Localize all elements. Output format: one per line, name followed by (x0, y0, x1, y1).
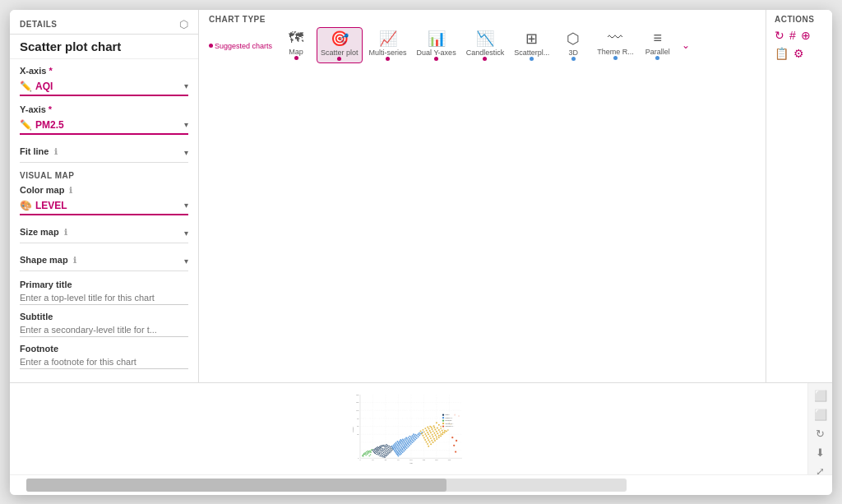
svg-text:30: 30 (372, 459, 373, 460)
fitline-info-icon[interactable]: ℹ (54, 147, 58, 156)
svg-point-117 (389, 447, 391, 449)
main-content: PM2.5 180 (10, 383, 832, 474)
x-axis-label-text: AQI (409, 462, 413, 464)
copy-action-icon[interactable]: 📋 (775, 47, 789, 60)
svg-point-113 (385, 452, 386, 454)
svg-point-76 (376, 451, 377, 453)
chart-type-3d[interactable]: ⬡ 3D (556, 28, 590, 62)
details-collapse-icon[interactable]: ⬡ (179, 18, 188, 30)
svg-point-289 (440, 432, 442, 434)
tool-crop-icon[interactable]: ⬜ (814, 390, 827, 402)
svg-point-234 (411, 442, 413, 443)
settings-action-icon[interactable]: ⚙ (793, 47, 804, 60)
scrollbar-thumb[interactable] (26, 479, 446, 492)
svg-point-114 (386, 451, 387, 452)
shapemap-info-icon[interactable]: ℹ (73, 256, 76, 265)
svg-point-279 (437, 432, 438, 434)
svg-point-103 (382, 452, 383, 454)
chart-type-multiseries[interactable]: 📈 Multi-series (366, 28, 410, 62)
svg-point-311 (453, 444, 455, 446)
xaxis-value: ✏️ AQI (20, 81, 53, 92)
svg-point-186 (406, 441, 408, 442)
tool-refresh-icon[interactable]: ↻ (816, 428, 825, 440)
svg-point-228 (403, 450, 405, 451)
svg-point-77 (377, 451, 378, 452)
svg-point-237 (416, 437, 418, 438)
chart-type-dual[interactable]: 📊 Dual Y-axes (414, 28, 460, 62)
sizemap-info-icon[interactable]: ℹ (64, 228, 67, 237)
svg-point-82 (383, 444, 385, 446)
hash-action-icon[interactable]: # (789, 29, 796, 42)
fitline-chevron[interactable]: ▾ (184, 148, 188, 157)
yaxis-select[interactable]: ✏️ PM2.5 ▾ (20, 117, 188, 135)
svg-point-220 (414, 436, 416, 437)
svg-point-295 (434, 440, 436, 442)
colormap-info-icon[interactable]: ℹ (69, 186, 72, 195)
main-window: DETAILS ⬡ Scatter plot chart X-axis * ✏️… (10, 10, 832, 495)
svg-point-232 (409, 444, 410, 446)
svg-point-268 (429, 435, 431, 437)
chart-type-themer[interactable]: 〰 Theme R... (594, 28, 637, 62)
primary-title-input[interactable] (20, 291, 188, 305)
footnote-input[interactable] (20, 355, 188, 369)
chart-type-candlestick[interactable]: 📉 Candlestick (463, 28, 508, 62)
svg-point-116 (388, 448, 390, 450)
svg-point-259 (423, 437, 425, 438)
svg-point-54 (369, 452, 370, 453)
svg-point-319 (442, 419, 444, 421)
svg-point-204 (412, 436, 414, 437)
svg-point-52 (370, 454, 372, 455)
chart-type-map[interactable]: 🗺 Map (279, 28, 313, 62)
scrollbar-track[interactable] (26, 479, 627, 492)
parallel-icon: ≡ (653, 30, 662, 47)
svg-point-53 (368, 453, 369, 454)
tool-box-icon[interactable]: ⬜ (814, 409, 827, 421)
svg-point-128 (384, 456, 386, 458)
chart-type-scatter[interactable]: 🎯 Scatter plot (317, 27, 363, 63)
svg-point-104 (383, 451, 385, 453)
xaxis-select[interactable]: ✏️ AQI ▾ (20, 78, 188, 96)
add-action-icon[interactable]: ⊕ (801, 29, 811, 42)
shapemap-chevron[interactable]: ▾ (184, 257, 188, 266)
svg-point-79 (379, 448, 381, 450)
refresh-action-icon[interactable]: ↻ (775, 29, 784, 42)
svg-point-293 (430, 443, 432, 445)
svg-point-300 (444, 432, 446, 433)
subtitle-input[interactable] (20, 323, 188, 337)
svg-point-267 (427, 437, 428, 438)
chart-area: PM2.5 180 (10, 383, 807, 474)
suggested-dot-pink (209, 44, 213, 48)
actions-icons-row: ↻ # ⊕ 📋 ⚙ (775, 29, 824, 60)
sizemap-chevron[interactable]: ▾ (184, 229, 188, 238)
expand-chart-types-icon[interactable]: ⌄ (682, 39, 690, 51)
svg-point-205 (414, 435, 415, 437)
svg-point-296 (436, 438, 437, 440)
themer-icon: 〰 (608, 30, 622, 47)
tool-download-icon[interactable]: ⬇ (816, 446, 825, 459)
yaxis-label: Y-axis * (20, 104, 188, 114)
svg-point-187 (407, 439, 409, 441)
chart-types-row: 🗺 Map 🎯 Scatter plot 📈 Multi-series (279, 27, 675, 63)
svg-point-214 (406, 445, 408, 446)
tool-expand-icon[interactable]: ⤢ (816, 465, 825, 474)
svg-point-34 (365, 453, 367, 455)
svg-point-229 (405, 448, 406, 450)
svg-text:90: 90 (397, 459, 399, 460)
svg-point-218 (412, 439, 414, 441)
svg-point-248 (423, 431, 425, 432)
svg-point-253 (422, 434, 423, 436)
svg-point-258 (433, 427, 435, 428)
svg-point-130 (386, 454, 388, 455)
sizemap-group: Size map ℹ ▾ (20, 224, 188, 243)
multiseries-icon: 📈 (379, 30, 397, 48)
colormap-select[interactable]: 🎨 LEVEL ▾ (20, 197, 188, 215)
chart-type-scatterpl[interactable]: ⊞ Scatterpl... (511, 28, 553, 62)
svg-point-172 (402, 442, 404, 444)
chart-type-parallel[interactable]: ≡ Parallel (641, 28, 675, 62)
colormap-value: 🎨 LEVEL (20, 200, 67, 211)
svg-point-297 (438, 437, 440, 438)
svg-text:Slightly p...: Slightly p... (446, 416, 454, 418)
svg-point-303 (436, 422, 437, 423)
svg-point-40 (363, 454, 364, 455)
svg-point-51 (368, 455, 370, 456)
